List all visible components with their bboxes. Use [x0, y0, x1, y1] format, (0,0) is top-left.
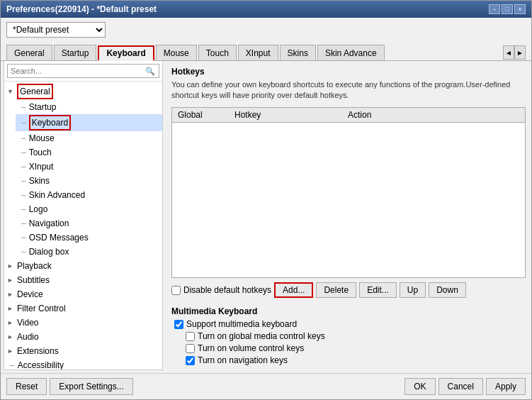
delete-button[interactable]: Delete	[316, 282, 356, 298]
tree-dash-touch: –	[21, 146, 26, 159]
tree-group-general: ▼ General – Startup – Keyboard	[4, 83, 162, 259]
right-panel: Hotkeys You can define your own keyboard…	[166, 61, 531, 373]
sidebar-item-extensions[interactable]: ► Extensions	[4, 344, 162, 358]
sidebar-item-dialog-box[interactable]: – Dialog box	[16, 245, 162, 259]
multimedia-option-1: Turn on global media control keys	[171, 331, 526, 341]
tab-skins[interactable]: Skins	[280, 45, 316, 60]
sidebar-item-mouse[interactable]: – Mouse	[16, 131, 162, 145]
hotkeys-section-title: Hotkeys	[171, 67, 526, 77]
sidebar-item-skin-advanced[interactable]: – Skin Advanced	[16, 188, 162, 202]
tree-dash-mouse: –	[21, 132, 26, 145]
tree-dash-skins: –	[21, 174, 26, 187]
expand-icon-device: ►	[7, 288, 16, 301]
tree-dash-logo: –	[21, 203, 26, 216]
sidebar-item-startup[interactable]: – Startup	[16, 100, 162, 114]
preset-dropdown[interactable]: *Default preset	[6, 22, 106, 38]
sidebar-item-xinput[interactable]: – XInput	[16, 160, 162, 174]
disable-hotkeys-label[interactable]: Disable default hotkeys	[171, 285, 271, 295]
sidebar-item-video[interactable]: ► Video	[4, 316, 162, 330]
expand-icon-audio: ►	[7, 330, 16, 343]
tab-general[interactable]: General	[6, 45, 52, 60]
expand-icon-extensions: ►	[7, 345, 16, 357]
sidebar-item-skins[interactable]: – Skins	[16, 174, 162, 188]
tree-children-general: – Startup – Keyboard – Mouse	[16, 100, 162, 259]
col-hotkey: Hotkey	[229, 108, 342, 123]
multimedia-checkbox-1[interactable]	[186, 332, 195, 341]
tree-dash-startup: –	[21, 101, 26, 113]
up-button[interactable]: Up	[400, 282, 426, 298]
export-settings-button[interactable]: Export Settings...	[50, 378, 132, 395]
tab-keyboard[interactable]: Keyboard	[98, 45, 154, 61]
multimedia-option-0: Support multimedia keyboard	[171, 319, 526, 329]
edit-button[interactable]: Edit...	[359, 282, 397, 298]
multimedia-option-2: Turn on volume control keys	[171, 343, 526, 353]
sidebar-item-filter-control[interactable]: ► Filter Control	[4, 301, 162, 316]
tree-dash-dialog: –	[21, 245, 26, 258]
down-button[interactable]: Down	[429, 282, 466, 298]
sidebar-item-osd-messages[interactable]: – OSD Messages	[16, 230, 162, 245]
sidebar-item-accessibility[interactable]: – Accessibility	[4, 358, 162, 370]
minimize-button[interactable]: −	[489, 4, 500, 14]
search-icon: 🔍	[145, 67, 155, 76]
sidebar-item-audio[interactable]: ► Audio	[4, 330, 162, 344]
preferences-window: Preferences(220914) - *Default preset − …	[0, 0, 532, 400]
col-global: Global	[172, 108, 229, 123]
search-input[interactable]	[7, 64, 159, 78]
tab-xinput[interactable]: XInput	[238, 45, 278, 60]
tab-arrow-left[interactable]: ◄	[503, 45, 514, 60]
tree-view: ▼ General – Startup – Keyboard	[4, 82, 162, 370]
sidebar-item-playback[interactable]: ► Playback	[4, 259, 162, 273]
col-action: Action	[342, 108, 525, 123]
multimedia-section: Multimedia Keyboard Support multimedia k…	[171, 306, 526, 367]
sidebar-item-device[interactable]: ► Device	[4, 287, 162, 301]
multimedia-checkbox-0[interactable]	[174, 320, 183, 329]
sidebar-item-navigation[interactable]: – Navigation	[16, 216, 162, 230]
top-row: *Default preset	[1, 18, 531, 42]
tabs-bar: General Startup Keyboard Mouse Touch XIn…	[1, 42, 531, 61]
sidebar-item-logo[interactable]: – Logo	[16, 202, 162, 216]
sidebar-item-subtitles[interactable]: ► Subtitles	[4, 273, 162, 287]
hotkeys-table-container: Global Hotkey Action	[171, 107, 526, 278]
reset-button[interactable]: Reset	[6, 378, 47, 395]
tree-dash-osd: –	[21, 231, 26, 244]
hotkey-buttons-row: Disable default hotkeys Add... Delete Ed…	[171, 282, 526, 298]
content-area: *Default preset General Startup Keyboard…	[1, 18, 531, 373]
close-button[interactable]: ×	[514, 4, 526, 14]
main-content: 🔍 ▼ General – Startup	[1, 61, 531, 373]
expand-icon-filter: ►	[7, 302, 16, 315]
add-button[interactable]: Add...	[274, 282, 313, 298]
sidebar-item-touch[interactable]: – Touch	[16, 145, 162, 160]
window-title: Preferences(220914) - *Default preset	[6, 4, 157, 14]
tab-touch[interactable]: Touch	[198, 45, 237, 60]
multimedia-title: Multimedia Keyboard	[171, 306, 526, 316]
hotkeys-table: Global Hotkey Action	[172, 108, 525, 123]
tab-startup[interactable]: Startup	[54, 45, 97, 60]
tab-mouse[interactable]: Mouse	[156, 45, 197, 60]
tree-dash-skin-advanced: –	[21, 189, 26, 201]
apply-button[interactable]: Apply	[486, 378, 526, 395]
tree-dash-navigation: –	[21, 217, 26, 230]
restore-button[interactable]: □	[502, 4, 513, 14]
tree-dash-xinput: –	[21, 160, 26, 173]
window-controls: − □ ×	[489, 4, 526, 14]
disable-hotkeys-checkbox[interactable]	[171, 286, 181, 295]
expand-icon-general: ▼	[7, 85, 16, 98]
multimedia-checkbox-3[interactable]	[186, 356, 195, 365]
expand-icon-subtitles: ►	[7, 274, 16, 287]
ok-button[interactable]: OK	[404, 378, 435, 395]
expand-icon-playback: ►	[7, 260, 16, 272]
expand-icon-video: ►	[7, 316, 16, 329]
tab-arrow-right[interactable]: ►	[514, 45, 526, 60]
hotkeys-description: You can define your own keyboard shortcu…	[171, 79, 526, 101]
sidebar-item-keyboard[interactable]: – Keyboard	[16, 114, 162, 131]
sidebar-item-general[interactable]: ▼ General	[4, 83, 162, 100]
tree-dash-keyboard: –	[21, 116, 26, 129]
title-bar: Preferences(220914) - *Default preset − …	[1, 1, 531, 18]
search-box-container: 🔍	[4, 61, 162, 82]
sidebar: 🔍 ▼ General – Startup	[4, 61, 163, 370]
bottom-bar: Reset Export Settings... OK Cancel Apply	[1, 373, 531, 399]
cancel-button[interactable]: Cancel	[438, 378, 483, 395]
tab-skin-advance[interactable]: Skin Advance	[317, 45, 385, 60]
multimedia-checkbox-2[interactable]	[186, 344, 195, 353]
tree-label-general: General	[17, 84, 53, 99]
